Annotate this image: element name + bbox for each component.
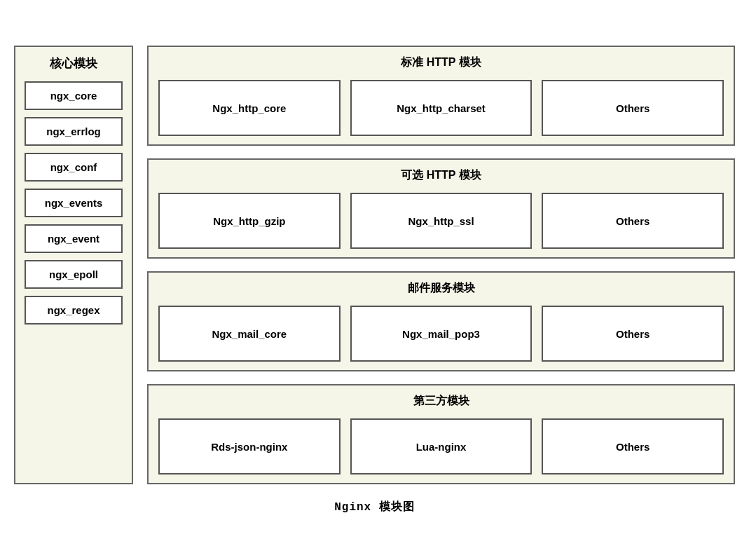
- core-module-box: ngx_events: [25, 189, 123, 217]
- module-item-box: Ngx_http_ssl: [350, 193, 532, 249]
- main-container: 核心模块 ngx_corengx_errlogngx_confngx_event…: [14, 46, 735, 484]
- module-item-box: Ngx_mail_core: [158, 306, 341, 362]
- core-module-box: ngx_event: [25, 224, 123, 253]
- module-group: 可选 HTTP 模块Ngx_http_gzipNgx_http_sslOther…: [147, 158, 735, 259]
- core-module-box: ngx_errlog: [25, 117, 123, 146]
- core-column-title: 核心模块: [50, 55, 97, 71]
- module-item-box: Lua-nginx: [350, 418, 532, 474]
- module-group-items: Rds-json-nginxLua-nginxOthers: [158, 418, 724, 474]
- module-item-box: Others: [542, 193, 724, 249]
- module-item-box: Ngx_http_charset: [350, 80, 532, 136]
- core-module-box: ngx_regex: [25, 296, 123, 325]
- module-item-box: Ngx_http_gzip: [158, 193, 341, 249]
- module-item-box: Ngx_http_core: [158, 80, 341, 136]
- module-item-box: Rds-json-nginx: [158, 418, 341, 474]
- module-group-title: 标准 HTTP 模块: [158, 55, 724, 70]
- module-group-title: 可选 HTTP 模块: [158, 168, 724, 183]
- module-group-items: Ngx_mail_coreNgx_mail_pop3Others: [158, 306, 724, 362]
- core-module-box: ngx_epoll: [25, 260, 123, 289]
- module-group: 标准 HTTP 模块Ngx_http_coreNgx_http_charsetO…: [147, 46, 735, 146]
- module-item-box: Others: [542, 418, 724, 474]
- module-group: 第三方模块Rds-json-nginxLua-nginxOthers: [147, 384, 735, 484]
- module-group-title: 第三方模块: [158, 394, 724, 409]
- core-module-box: ngx_conf: [25, 153, 123, 182]
- core-column: 核心模块 ngx_corengx_errlogngx_confngx_event…: [14, 46, 133, 484]
- module-group-items: Ngx_http_coreNgx_http_charsetOthers: [158, 80, 724, 136]
- module-group-title: 邮件服务模块: [158, 281, 724, 296]
- diagram-caption: Nginx 模块图: [334, 500, 415, 514]
- module-item-box: Others: [542, 306, 724, 362]
- module-item-box: Others: [542, 80, 724, 136]
- module-group-items: Ngx_http_gzipNgx_http_sslOthers: [158, 193, 724, 249]
- right-column: 标准 HTTP 模块Ngx_http_coreNgx_http_charsetO…: [147, 46, 735, 484]
- module-item-box: Ngx_mail_pop3: [350, 306, 532, 362]
- core-module-box: ngx_core: [25, 81, 123, 110]
- module-group: 邮件服务模块Ngx_mail_coreNgx_mail_pop3Others: [147, 271, 735, 371]
